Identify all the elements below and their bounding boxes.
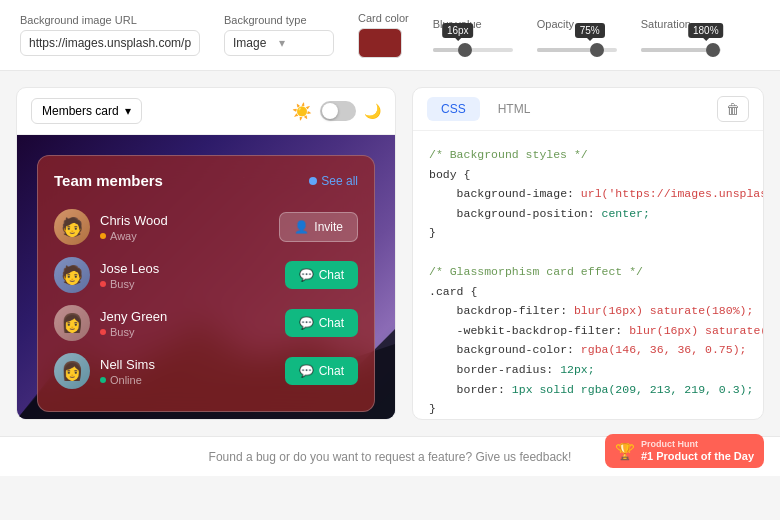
card-title: Team members: [54, 172, 163, 189]
code-prop-7: border: 1px solid rgba(209, 213, 219, 0.…: [429, 380, 747, 400]
bg-url-group: Background image URL: [20, 14, 200, 56]
member-name: Jeny Green: [100, 309, 275, 324]
theme-toggle: ☀️ 🌙: [292, 101, 381, 121]
list-item: 👩 Jeny Green Busy 💬 Chat: [54, 299, 358, 347]
see-all-button[interactable]: See all: [309, 174, 358, 188]
sun-icon: ☀️: [292, 102, 312, 121]
main-content: Members card ▾ ☀️ 🌙: [0, 71, 780, 436]
tab-css[interactable]: CSS: [427, 97, 480, 121]
member-info: Chris Wood Away: [100, 213, 269, 242]
saturation-badge: 180%: [688, 23, 724, 38]
feedback-text: Found a bug or do you want to request a …: [209, 450, 572, 464]
status-text: Away: [110, 230, 137, 242]
status-dot: [100, 281, 106, 287]
code-comment-1: /* Background styles */: [429, 145, 747, 165]
see-all-dot: [309, 177, 317, 185]
blur-group: Blur value 16px: [433, 18, 513, 52]
card-preview: Team members See all 🧑: [17, 135, 395, 419]
card-color-swatch[interactable]: [358, 28, 402, 58]
bg-type-select[interactable]: Image ▾: [224, 30, 334, 56]
member-name: Chris Wood: [100, 213, 269, 228]
avatar: 👩: [54, 305, 90, 341]
avatar: 🧑: [54, 257, 90, 293]
saturation-slider[interactable]: 180%: [641, 48, 721, 52]
glass-card: Team members See all 🧑: [37, 155, 375, 412]
code-prop-6: border-radius: 12px;: [429, 360, 747, 380]
blur-slider[interactable]: 16px: [433, 48, 513, 52]
member-info: Nell Sims Online: [100, 357, 275, 386]
avatar: 👩: [54, 353, 90, 389]
list-item: 👩 Nell Sims Online 💬 Chat: [54, 347, 358, 395]
bg-url-input[interactable]: [20, 30, 200, 56]
card-header: Team members See all: [54, 172, 358, 189]
code-prop-3: backdrop-filter: blur(16px) saturate(180…: [429, 301, 747, 321]
member-info: Jeny Green Busy: [100, 309, 275, 338]
code-display: /* Background styles */ body { backgroun…: [413, 131, 763, 419]
copy-button[interactable]: 🗑: [717, 96, 749, 122]
code-close-2: }: [429, 399, 747, 419]
avatar: 🧑: [54, 209, 90, 245]
member-status: Busy: [100, 278, 275, 290]
opacity-slider[interactable]: 75%: [537, 48, 617, 52]
list-item: 🧑 Chris Wood Away 👤 Invite: [54, 203, 358, 251]
chat-icon: 💬: [299, 364, 314, 378]
status-dot: [100, 377, 106, 383]
saturation-group: Saturation 180%: [641, 18, 721, 52]
member-name: Jose Leos: [100, 261, 275, 276]
code-blank-1: [429, 243, 747, 263]
chat-icon: 💬: [299, 316, 314, 330]
dark-mode-toggle[interactable]: [320, 101, 356, 121]
chat-button[interactable]: 💬 Chat: [285, 357, 358, 385]
tab-html[interactable]: HTML: [484, 97, 545, 121]
bg-type-group: Background type Image ▾: [224, 14, 334, 56]
code-comment-2: /* Glassmorphism card effect */: [429, 262, 747, 282]
bg-type-label: Background type: [224, 14, 334, 26]
right-panel: CSS HTML 🗑 /* Background styles */ body …: [412, 87, 764, 420]
chat-button[interactable]: 💬 Chat: [285, 261, 358, 289]
member-status: Online: [100, 374, 275, 386]
code-prop-5: background-color: rgba(146, 36, 36, 0.75…: [429, 340, 747, 360]
code-prop-2: background-position: center;: [429, 204, 747, 224]
member-name: Nell Sims: [100, 357, 275, 372]
bg-url-label: Background image URL: [20, 14, 200, 26]
status-text: Busy: [110, 278, 134, 290]
chat-icon: 💬: [299, 268, 314, 282]
bottom-wrapper: Found a bug or do you want to request a …: [0, 436, 780, 476]
code-prop-1: background-image: url('https://images.un…: [429, 184, 747, 204]
card-color-group: Card color: [358, 12, 409, 58]
opacity-badge: 75%: [575, 23, 605, 38]
code-selector-1: body {: [429, 165, 747, 185]
chevron-down-icon: ▾: [279, 36, 325, 50]
chat-button[interactable]: 💬 Chat: [285, 309, 358, 337]
see-all-label: See all: [321, 174, 358, 188]
status-dot: [100, 233, 106, 239]
list-item: 🧑 Jose Leos Busy 💬 Chat: [54, 251, 358, 299]
members-list: 🧑 Chris Wood Away 👤 Invite: [54, 203, 358, 395]
card-type-dropdown[interactable]: Members card ▾: [31, 98, 142, 124]
code-close-1: }: [429, 223, 747, 243]
chevron-down-icon: ▾: [125, 104, 131, 118]
blur-badge: 16px: [442, 23, 474, 38]
status-dot: [100, 329, 106, 335]
status-text: Busy: [110, 326, 134, 338]
top-controls-bar: Background image URL Background type Ima…: [0, 0, 780, 71]
user-plus-icon: 👤: [294, 220, 309, 234]
moon-icon: 🌙: [364, 103, 381, 119]
product-hunt-icon: 🏆: [615, 442, 635, 461]
left-panel: Members card ▾ ☀️ 🌙: [16, 87, 396, 420]
invite-button[interactable]: 👤 Invite: [279, 212, 358, 242]
product-hunt-text: Product Hunt #1 Product of the Day: [641, 439, 754, 463]
card-type-label: Members card: [42, 104, 119, 118]
card-color-label: Card color: [358, 12, 409, 24]
status-text: Online: [110, 374, 142, 386]
product-hunt-badge[interactable]: 🏆 Product Hunt #1 Product of the Day: [605, 434, 764, 468]
code-selector-2: .card {: [429, 282, 747, 302]
member-status: Away: [100, 230, 269, 242]
member-status: Busy: [100, 326, 275, 338]
code-prop-4: -webkit-backdrop-filter: blur(16px) satu…: [429, 321, 747, 341]
code-toolbar: CSS HTML 🗑: [413, 88, 763, 131]
member-info: Jose Leos Busy: [100, 261, 275, 290]
panel-toolbar: Members card ▾ ☀️ 🌙: [17, 88, 395, 135]
opacity-group: Opacity 75%: [537, 18, 617, 52]
